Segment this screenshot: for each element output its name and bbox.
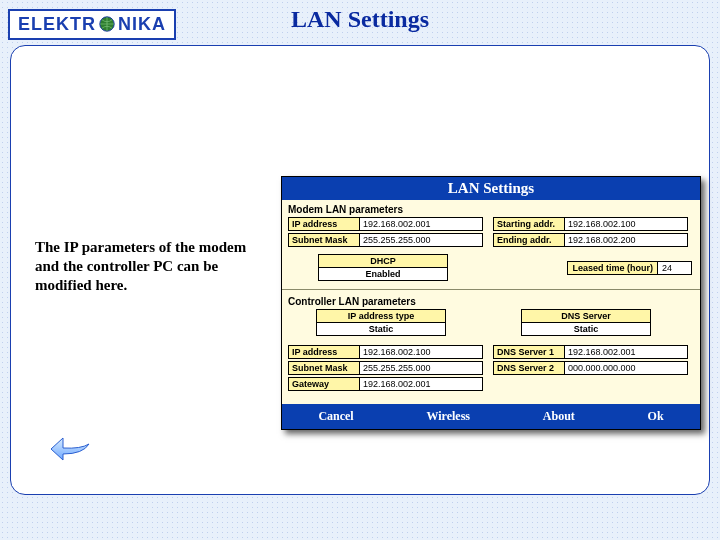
controller-values-row: IP address 192.168.002.100 Subnet Mask 2… [282, 339, 700, 394]
divider [282, 289, 700, 290]
ctrl-ip: IP address 192.168.002.100 [288, 345, 483, 359]
button-bar: Cancel Wireless About Ok [282, 404, 700, 429]
iptype-label: IP address type [317, 310, 445, 323]
controller-section-heading: Controller LAN parameters [282, 292, 700, 309]
about-button[interactable]: About [543, 409, 575, 424]
modem-mask: Subnet Mask 255.255.255.000 [288, 233, 483, 247]
lan-settings-window: LAN Settings Modem LAN parameters IP add… [281, 176, 701, 430]
logo-text-right: NIKA [118, 14, 166, 35]
dhcp-block[interactable]: DHCP Enabled [318, 254, 448, 281]
header: ELEKTR NIKA LAN Settings [0, 0, 720, 42]
modem-ip-label: IP address [288, 217, 360, 231]
modem-start-label: Starting addr. [493, 217, 565, 231]
modem-row1: IP address 192.168.002.001 Subnet Mask 2… [282, 217, 700, 250]
logo: ELEKTR NIKA [8, 9, 176, 40]
window-title: LAN Settings [282, 177, 700, 200]
modem-start: Starting addr. 192.168.002.100 [493, 217, 688, 231]
description-text: The IP parameters of the modem and the c… [35, 238, 267, 294]
ctrl-mask: Subnet Mask 255.255.255.000 [288, 361, 483, 375]
page-title: LAN Settings [291, 6, 429, 33]
dnssrv-label: DNS Server [522, 310, 650, 323]
dnssrv-block[interactable]: DNS Server Static [521, 309, 651, 336]
leased-label: Leased time (hour) [567, 261, 658, 275]
ctrl-ip-label: IP address [288, 345, 360, 359]
ctrl-dns1-value[interactable]: 192.168.002.001 [565, 345, 688, 359]
dhcp-value: Enabled [319, 268, 447, 280]
ctrl-dns2: DNS Server 2 000.000.000.000 [493, 361, 688, 375]
iptype-value: Static [317, 323, 445, 335]
dhcp-row: DHCP Enabled Leased time (hour) 24 [282, 250, 700, 287]
iptype-block[interactable]: IP address type Static [316, 309, 446, 336]
globe-icon [98, 15, 116, 33]
ctrl-gw-value[interactable]: 192.168.002.001 [360, 377, 483, 391]
slide-stage: ELEKTR NIKA LAN Settings The IP paramete… [0, 0, 720, 540]
modem-mask-label: Subnet Mask [288, 233, 360, 247]
ctrl-ip-value[interactable]: 192.168.002.100 [360, 345, 483, 359]
ctrl-gw-label: Gateway [288, 377, 360, 391]
leased-value[interactable]: 24 [658, 261, 692, 275]
modem-start-value[interactable]: 192.168.002.100 [565, 217, 688, 231]
dnssrv-value: Static [522, 323, 650, 335]
dhcp-label: DHCP [319, 255, 447, 268]
logo-text-left: ELEKTR [18, 14, 96, 35]
ctrl-dns1: DNS Server 1 192.168.002.001 [493, 345, 688, 359]
modem-section-heading: Modem LAN parameters [282, 200, 700, 217]
ctrl-gw: Gateway 192.168.002.001 [288, 377, 483, 391]
content-panel: The IP parameters of the modem and the c… [10, 45, 710, 495]
ctrl-mask-value[interactable]: 255.255.255.000 [360, 361, 483, 375]
back-arrow-icon[interactable] [49, 436, 93, 466]
cancel-button[interactable]: Cancel [318, 409, 353, 424]
leased-time: Leased time (hour) 24 [567, 261, 692, 275]
modem-end-value[interactable]: 192.168.002.200 [565, 233, 688, 247]
ok-button[interactable]: Ok [648, 409, 664, 424]
modem-end-label: Ending addr. [493, 233, 565, 247]
modem-ip-value[interactable]: 192.168.002.001 [360, 217, 483, 231]
ctrl-dns2-label: DNS Server 2 [493, 361, 565, 375]
ctrl-dns1-label: DNS Server 1 [493, 345, 565, 359]
ctrl-dns2-value[interactable]: 000.000.000.000 [565, 361, 688, 375]
modem-end: Ending addr. 192.168.002.200 [493, 233, 688, 247]
modem-mask-value[interactable]: 255.255.255.000 [360, 233, 483, 247]
controller-type-row: IP address type Static DNS Server Static [282, 309, 700, 339]
ctrl-mask-label: Subnet Mask [288, 361, 360, 375]
modem-ip: IP address 192.168.002.001 [288, 217, 483, 231]
wireless-button[interactable]: Wireless [426, 409, 470, 424]
